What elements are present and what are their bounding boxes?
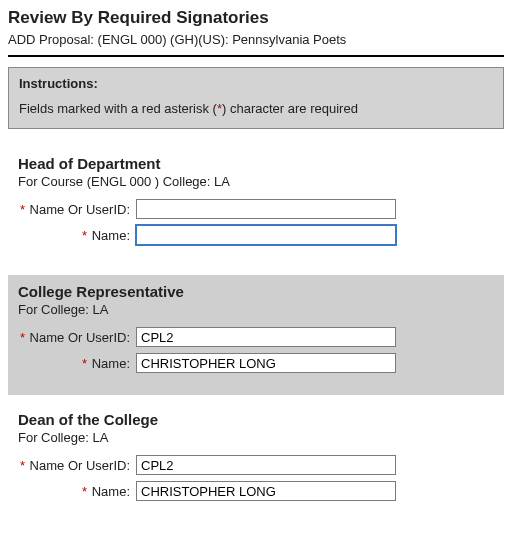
- instructions-text-before: Fields marked with a red asterisk (: [19, 101, 217, 116]
- field-row: * Name:: [18, 353, 494, 373]
- name-input[interactable]: [136, 353, 396, 373]
- name-input[interactable]: [136, 225, 396, 245]
- field-row: * Name Or UserID:: [18, 327, 494, 347]
- asterisk-icon: *: [20, 330, 29, 345]
- name-label: * Name:: [18, 356, 136, 371]
- field-row: * Name:: [18, 481, 494, 501]
- name-or-userid-input[interactable]: [136, 455, 396, 475]
- signatory-section: Dean of the CollegeFor College: LA* Name…: [8, 403, 504, 523]
- name-label: * Name:: [18, 484, 136, 499]
- name-input[interactable]: [136, 481, 396, 501]
- asterisk-icon: *: [82, 356, 91, 371]
- instructions-box: Instructions: Fields marked with a red a…: [8, 67, 504, 129]
- instructions-title: Instructions:: [19, 76, 493, 91]
- field-row: * Name Or UserID:: [18, 199, 494, 219]
- signatory-section: Head of DepartmentFor Course (ENGL 000 )…: [8, 147, 504, 267]
- field-row: * Name:: [18, 225, 494, 245]
- name-or-userid-label: * Name Or UserID:: [18, 458, 136, 473]
- signatory-section: College RepresentativeFor College: LA* N…: [8, 275, 504, 395]
- page-subtitle: ADD Proposal: (ENGL 000) (GH)(US): Penns…: [8, 32, 504, 47]
- name-or-userid-label: * Name Or UserID:: [18, 330, 136, 345]
- section-title: Head of Department: [18, 155, 494, 172]
- section-detail: For College: LA: [18, 302, 494, 317]
- instructions-text-after: ) character are required: [222, 101, 358, 116]
- asterisk-icon: *: [20, 202, 29, 217]
- page-title: Review By Required Signatories: [8, 8, 504, 28]
- field-row: * Name Or UserID:: [18, 455, 494, 475]
- name-or-userid-input[interactable]: [136, 199, 396, 219]
- section-title: Dean of the College: [18, 411, 494, 428]
- section-detail: For College: LA: [18, 430, 494, 445]
- name-or-userid-input[interactable]: [136, 327, 396, 347]
- asterisk-icon: *: [82, 484, 91, 499]
- divider: [8, 55, 504, 57]
- asterisk-icon: *: [82, 228, 91, 243]
- name-label: * Name:: [18, 228, 136, 243]
- section-detail: For Course (ENGL 000 ) College: LA: [18, 174, 494, 189]
- name-or-userid-label: * Name Or UserID:: [18, 202, 136, 217]
- asterisk-icon: *: [20, 458, 29, 473]
- section-title: College Representative: [18, 283, 494, 300]
- instructions-text: Fields marked with a red asterisk (*) ch…: [19, 101, 493, 116]
